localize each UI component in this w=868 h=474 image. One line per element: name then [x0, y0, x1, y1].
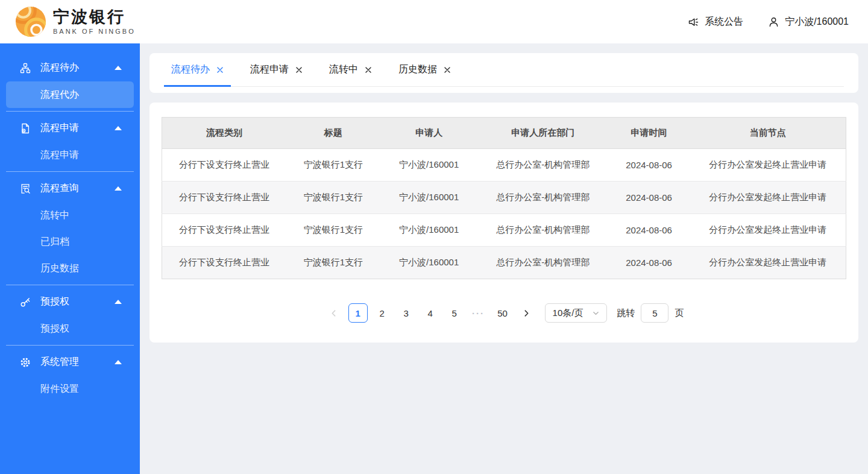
- sidebar-group-system[interactable]: 系统管理: [0, 349, 140, 376]
- bank-name-cn: 宁波银行: [53, 8, 136, 27]
- tab-pending[interactable]: 流程待办: [164, 53, 231, 86]
- tab-close-icon[interactable]: [365, 66, 372, 74]
- cell-department: 总行办公室-机构管理部: [478, 247, 608, 279]
- sidebar-item-label: 历史数据: [40, 262, 79, 275]
- cell-applicant: 宁小波/160001: [380, 214, 478, 247]
- sidebar-divider: [6, 345, 134, 346]
- document-search-icon: [19, 183, 31, 195]
- sidebar-item-archived[interactable]: 已归档: [0, 229, 140, 255]
- jump-label: 跳转: [617, 308, 635, 319]
- col-header-title: 标题: [286, 118, 380, 149]
- sidebar-item-in-transit[interactable]: 流转中: [0, 202, 140, 229]
- caret-up-icon: [115, 186, 122, 191]
- caret-up-icon: [115, 300, 122, 304]
- sidebar-item-history-data[interactable]: 历史数据: [0, 255, 140, 282]
- sidebar-item-label: 流程代办: [40, 89, 79, 101]
- table-row[interactable]: 分行下设支行终止营业 宁波银行1支行 宁小波/160001 总行办公室-机构管理…: [162, 247, 846, 279]
- sidebar-item-label: 流转中: [40, 209, 69, 222]
- process-table: 流程类别 标题 申请人 申请人所在部门 申请时间 当前节点 分行下设支行终止营业…: [162, 117, 846, 279]
- table-row[interactable]: 分行下设支行终止营业 宁波银行1支行 宁小波/160001 总行办公室-机构管理…: [162, 149, 846, 182]
- sidebar-item-label: 已归档: [40, 236, 69, 248]
- system-announcement-button[interactable]: 系统公告: [687, 16, 743, 28]
- sidebar-group-apply[interactable]: 流程申请: [0, 115, 140, 142]
- sidebar-group-preauth[interactable]: 预授权: [0, 288, 140, 315]
- table-row[interactable]: 分行下设支行终止营业 宁波银行1支行 宁小波/160001 总行办公室-机构管理…: [162, 214, 846, 247]
- jump-page-input[interactable]: [641, 303, 668, 323]
- announcement-speaker-icon: [687, 16, 700, 28]
- tab-apply[interactable]: 流程申请: [243, 53, 310, 86]
- cell-current-node: 分行办公室发起终止营业申请: [690, 149, 846, 182]
- sidebar-group-label: 流程查询: [40, 182, 115, 195]
- prev-page-button[interactable]: [324, 303, 344, 323]
- cell-department: 总行办公室-机构管理部: [478, 149, 608, 182]
- gear-icon: [19, 356, 31, 368]
- bank-logo: 宁波银行 BANK OF NINGBO: [16, 7, 136, 37]
- cell-process-type: 分行下设支行终止营业: [162, 247, 287, 279]
- sidebar-item-pending-tasks[interactable]: 流程代办: [6, 81, 134, 108]
- sidebar-divider: [6, 111, 134, 112]
- sidebar-divider: [6, 285, 134, 285]
- sidebar-group-label: 流程申请: [40, 122, 115, 134]
- pagination-ellipsis[interactable]: ···: [469, 303, 488, 323]
- cell-current-node: 分行办公室发起终止营业申请: [690, 214, 846, 247]
- cell-current-node: 分行办公室发起终止营业申请: [690, 247, 846, 279]
- caret-up-icon: [115, 126, 122, 130]
- sidebar-item-process-apply[interactable]: 流程申请: [0, 142, 140, 168]
- tab-close-icon[interactable]: [216, 66, 224, 74]
- page-button-3[interactable]: 3: [397, 303, 416, 323]
- col-header-applicant: 申请人: [380, 118, 478, 149]
- cell-apply-time: 2024-08-06: [608, 182, 690, 214]
- document-add-icon: [19, 122, 31, 134]
- cell-department: 总行办公室-机构管理部: [478, 182, 608, 214]
- sidebar-group-query[interactable]: 流程查询: [0, 175, 140, 202]
- jump-suffix-label: 页: [675, 308, 684, 319]
- user-menu[interactable]: 宁小波/160001: [767, 16, 849, 28]
- col-header-process-type: 流程类别: [162, 118, 287, 149]
- cell-current-node: 分行办公室发起终止营业申请: [690, 182, 846, 214]
- sidebar-group-label: 系统管理: [40, 356, 115, 368]
- cell-department: 总行办公室-机构管理部: [478, 214, 608, 247]
- page-button-50[interactable]: 50: [493, 303, 512, 323]
- key-icon: [19, 296, 31, 308]
- sidebar-group-label: 预授权: [40, 295, 115, 308]
- cell-title: 宁波银行1支行: [286, 182, 380, 214]
- cell-apply-time: 2024-08-06: [608, 214, 690, 247]
- page-button-1[interactable]: 1: [348, 303, 368, 323]
- process-table-card: 流程类别 标题 申请人 申请人所在部门 申请时间 当前节点 分行下设支行终止营业…: [149, 103, 858, 343]
- col-header-apply-time: 申请时间: [608, 118, 690, 149]
- tab-close-icon[interactable]: [295, 66, 303, 74]
- user-icon: [767, 16, 780, 28]
- cell-applicant: 宁小波/160001: [380, 149, 478, 182]
- page-button-5[interactable]: 5: [445, 303, 464, 323]
- sidebar-item-label: 流程申请: [40, 149, 79, 162]
- next-page-button[interactable]: [517, 303, 536, 323]
- page-button-4[interactable]: 4: [421, 303, 440, 323]
- sidebar-group-pending[interactable]: 流程待办: [0, 54, 140, 81]
- col-header-current-node: 当前节点: [690, 118, 846, 149]
- sidebar-item-preauth[interactable]: 预授权: [0, 315, 140, 342]
- cell-process-type: 分行下设支行终止营业: [162, 182, 287, 214]
- cell-apply-time: 2024-08-06: [608, 149, 690, 182]
- tab-label: 流程申请: [250, 63, 289, 76]
- sidebar-item-attachment-settings[interactable]: 附件设置: [0, 376, 140, 402]
- page-button-2[interactable]: 2: [373, 303, 392, 323]
- caret-up-icon: [115, 360, 122, 364]
- sitemap-icon: [19, 62, 31, 74]
- tab-bar: 流程待办 流程申请 流转中 历史数据: [164, 53, 844, 87]
- col-header-department: 申请人所在部门: [478, 118, 608, 149]
- table-row[interactable]: 分行下设支行终止营业 宁波银行1支行 宁小波/160001 总行办公室-机构管理…: [162, 182, 846, 214]
- cell-applicant: 宁小波/160001: [380, 247, 478, 279]
- system-announcement-label: 系统公告: [705, 16, 743, 28]
- tab-label: 流程待办: [171, 63, 210, 76]
- page-size-select[interactable]: 10条/页: [545, 303, 608, 323]
- app-header: 宁波银行 BANK OF NINGBO 系统公告 宁小波/160001: [0, 0, 868, 43]
- chevron-down-icon: [593, 310, 599, 317]
- tab-history-data[interactable]: 历史数据: [391, 53, 458, 86]
- tab-bar-card: 流程待办 流程申请 流转中 历史数据: [149, 53, 858, 93]
- tab-close-icon[interactable]: [444, 66, 451, 74]
- pagination: 1 2 3 4 5 ··· 50 10条/页 跳转 页: [162, 303, 846, 323]
- tab-in-transit[interactable]: 流转中: [322, 53, 379, 86]
- main-content: 流程待办 流程申请 流转中 历史数据: [140, 43, 868, 474]
- cell-process-type: 分行下设支行终止营业: [162, 214, 287, 247]
- cell-process-type: 分行下设支行终止营业: [162, 149, 287, 182]
